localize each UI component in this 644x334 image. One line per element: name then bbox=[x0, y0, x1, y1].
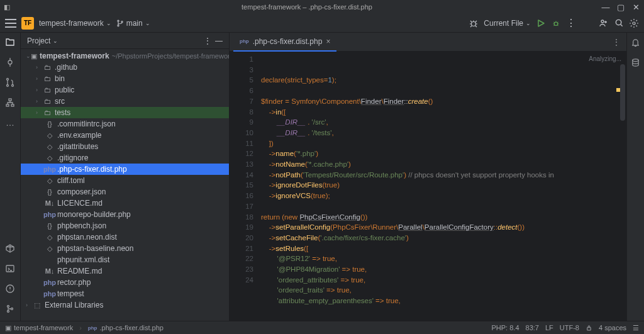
tree-file[interactable]: ◇.gitignore bbox=[21, 152, 229, 164]
svg-point-3 bbox=[472, 21, 476, 26]
analyzing-label: Analyzing... bbox=[589, 54, 621, 65]
code-body[interactable]: declare(strict_types=1); $finder = Symfo… bbox=[261, 52, 626, 321]
svg-point-10 bbox=[7, 85, 9, 87]
code-with-me-icon[interactable] bbox=[599, 18, 609, 28]
svg-point-6 bbox=[616, 19, 621, 25]
project-tool-icon[interactable] bbox=[4, 36, 16, 48]
more-tools-icon[interactable]: … bbox=[4, 117, 16, 128]
status-php[interactable]: PHP: 8.4 bbox=[492, 324, 519, 331]
search-everywhere-icon[interactable] bbox=[614, 18, 624, 28]
settings-icon[interactable] bbox=[629, 18, 639, 28]
line-gutter: 1356789101112131415161718192021222324 bbox=[230, 52, 261, 321]
status-indent[interactable]: 4 spaces bbox=[599, 324, 626, 331]
chevron-down-icon[interactable]: ⌄ bbox=[53, 38, 58, 44]
tree-file[interactable]: phpunit.xml.dist bbox=[21, 254, 229, 265]
svg-rect-12 bbox=[9, 99, 11, 101]
status-highlight-icon[interactable]: ☰ bbox=[633, 324, 639, 332]
notifications-icon[interactable] bbox=[630, 36, 641, 48]
file-icon: ◇ bbox=[45, 233, 55, 242]
tree-folder[interactable]: ›🗀src bbox=[21, 96, 229, 107]
project-selector[interactable]: tempest-framework ⌄ bbox=[39, 19, 111, 28]
file-icon: ◇ bbox=[45, 154, 55, 162]
status-caret-pos[interactable]: 83:7 bbox=[526, 324, 539, 331]
tree-file[interactable]: ◇cliff.toml bbox=[21, 175, 229, 186]
tree-file[interactable]: ◇.gitattributes bbox=[21, 141, 229, 152]
bug-icon[interactable] bbox=[469, 18, 479, 28]
close-tab-icon[interactable]: × bbox=[326, 37, 330, 46]
close-button[interactable]: ✕ bbox=[631, 3, 640, 12]
git-branch-selector[interactable]: main ⌄ bbox=[116, 19, 150, 28]
structure-tool-icon[interactable] bbox=[4, 97, 16, 108]
tree-file[interactable]: ◇phpstan-baseline.neon bbox=[21, 243, 229, 254]
code-editor[interactable]: 1356789101112131415161718192021222324 de… bbox=[230, 52, 626, 321]
tree-folder[interactable]: ›🗀public bbox=[21, 84, 229, 96]
tree-folder[interactable]: ›🗀.github bbox=[21, 62, 229, 73]
folder-icon: 🗀 bbox=[42, 86, 52, 94]
problems-tool-icon[interactable] bbox=[4, 283, 16, 294]
warning-stripe[interactable] bbox=[616, 88, 620, 92]
folder-icon: 🗀 bbox=[42, 97, 52, 105]
tree-file[interactable]: {}phpbench.json bbox=[21, 220, 229, 231]
vcs-tool-icon[interactable] bbox=[4, 303, 16, 315]
more-actions-button[interactable]: ⋮ bbox=[566, 18, 576, 28]
panel-options-icon[interactable]: ⋮ bbox=[204, 36, 211, 45]
external-libraries[interactable]: › ⬚ External Libraries bbox=[21, 299, 229, 311]
svg-point-2 bbox=[121, 21, 123, 22]
left-tool-strip: … bbox=[0, 33, 21, 321]
pull-requests-icon[interactable] bbox=[4, 77, 16, 88]
chevron-down-icon: ⌄ bbox=[145, 20, 150, 26]
tree-folder[interactable]: ›🗀tests bbox=[21, 107, 229, 118]
file-icon: {} bbox=[45, 222, 55, 230]
svg-point-18 bbox=[8, 311, 9, 313]
window-titlebar: ◧ tempest-framework – .php-cs-fixer.dist… bbox=[0, 0, 644, 14]
right-tool-strip bbox=[626, 33, 644, 321]
tree-file[interactable]: php.php-cs-fixer.dist.php bbox=[21, 164, 229, 175]
database-tool-icon[interactable] bbox=[630, 57, 641, 68]
tree-file[interactable]: {}.commitlintrc.json bbox=[21, 118, 229, 130]
chevron-down-icon: ⌄ bbox=[526, 20, 531, 26]
breadcrumb-file[interactable]: php .php-cs-fixer.dist.php bbox=[88, 324, 164, 331]
tree-file[interactable]: ◇phpstan.neon.dist bbox=[21, 231, 229, 243]
tree-file[interactable]: M↓LICENCE.md bbox=[21, 198, 229, 209]
tree-file[interactable]: phpmonorepo-builder.php bbox=[21, 209, 229, 220]
run-config-selector[interactable]: Current File ⌄ bbox=[484, 19, 531, 28]
commit-tool-icon[interactable] bbox=[4, 57, 16, 68]
editor-tab[interactable]: php .php-cs-fixer.dist.php × bbox=[233, 33, 336, 52]
folder-icon: ▣ bbox=[31, 52, 37, 60]
project-tree[interactable]: ⌄ ▣ tempest-framework ~/PhpstormProjects… bbox=[21, 49, 229, 321]
svg-point-0 bbox=[118, 20, 119, 21]
status-line-sep[interactable]: LF bbox=[545, 324, 553, 331]
editor-tabs: php .php-cs-fixer.dist.php × ⋮ bbox=[230, 33, 626, 52]
maximize-button[interactable]: ▢ bbox=[616, 3, 625, 12]
run-button[interactable] bbox=[536, 18, 546, 28]
breadcrumb-root[interactable]: ▣ tempest-framework bbox=[5, 324, 73, 332]
php-file-icon: php bbox=[240, 38, 249, 44]
tree-file[interactable]: {}composer.json bbox=[21, 186, 229, 198]
terminal-tool-icon[interactable] bbox=[4, 263, 16, 274]
tab-options-icon[interactable]: ⋮ bbox=[613, 38, 620, 47]
tree-file[interactable]: ◇.env.example bbox=[21, 130, 229, 141]
vertical-scrollbar[interactable] bbox=[620, 64, 625, 121]
tree-file[interactable]: M↓README.md bbox=[21, 265, 229, 277]
svg-point-7 bbox=[633, 22, 635, 25]
tree-file[interactable]: phptempest bbox=[21, 288, 229, 299]
services-tool-icon[interactable] bbox=[4, 243, 16, 254]
file-icon: ◇ bbox=[45, 177, 55, 185]
status-bar: ▣ tempest-framework › php .php-cs-fixer.… bbox=[0, 321, 644, 334]
main-menu-button[interactable] bbox=[5, 19, 16, 28]
debug-button[interactable] bbox=[551, 18, 561, 28]
svg-point-4 bbox=[554, 22, 557, 25]
status-encoding[interactable]: UTF-8 bbox=[560, 324, 579, 331]
svg-point-17 bbox=[8, 306, 9, 308]
hide-panel-icon[interactable]: — bbox=[215, 36, 223, 45]
tree-folder[interactable]: ›🗀bin bbox=[21, 73, 229, 84]
svg-point-5 bbox=[601, 20, 604, 23]
svg-point-9 bbox=[7, 79, 9, 81]
tree-root[interactable]: ⌄ ▣ tempest-framework ~/PhpstormProjects… bbox=[21, 50, 229, 62]
project-sidebar: Project ⌄ ⋮ — ⌄ ▣ tempest-framework ~/Ph… bbox=[21, 33, 230, 321]
minimize-button[interactable]: — bbox=[601, 3, 610, 12]
tree-file[interactable]: phprector.php bbox=[21, 277, 229, 288]
file-icon: ◇ bbox=[45, 143, 55, 151]
status-readonly-icon[interactable] bbox=[586, 325, 592, 331]
editor-pane: php .php-cs-fixer.dist.php × ⋮ 135678910… bbox=[230, 33, 626, 321]
